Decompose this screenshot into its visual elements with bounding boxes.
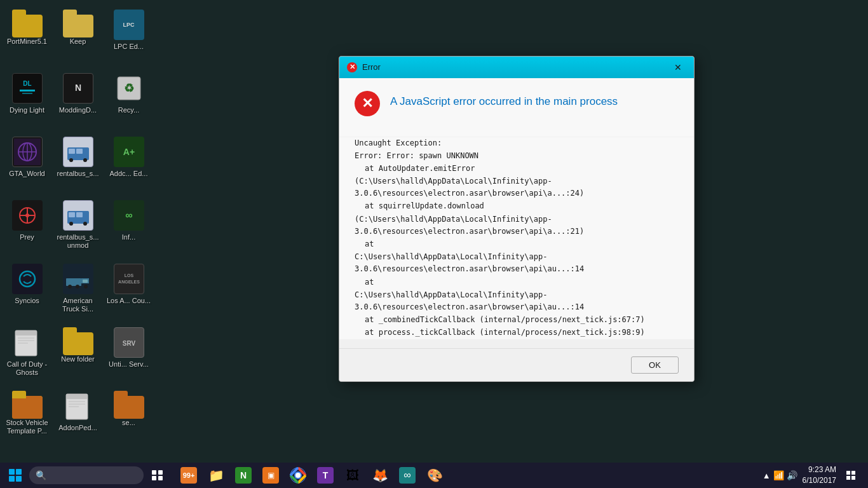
detail-line-11: at _combinedTickCallback (internal/proce… bbox=[365, 314, 679, 326]
dialog-overlay: ✕ Error ✕ ✕ A JavaScript error occurred … bbox=[0, 0, 868, 463]
app-99-icon: 99+ bbox=[180, 467, 197, 484]
dialog-titlebar: ✕ Error ✕ bbox=[339, 57, 694, 78]
svg-point-65 bbox=[295, 473, 301, 478]
task-view-button[interactable] bbox=[145, 463, 170, 488]
firefox-icon: 🦊 bbox=[372, 467, 388, 484]
svg-rect-66 bbox=[846, 471, 850, 475]
detail-line-8: C:\Users\halld\AppData\Local\Infinity\ap… bbox=[355, 251, 679, 275]
dialog-body: ✕ A JavaScript error occurred in the mai… bbox=[339, 78, 694, 137]
system-tray-icons: ▲ 📶 🔊 bbox=[763, 470, 797, 480]
svg-rect-69 bbox=[851, 476, 855, 480]
taskbar-app-notepadpp[interactable]: N bbox=[230, 463, 257, 488]
titlebar-left: ✕ Error bbox=[347, 62, 381, 72]
taskbar: 🔍 99+ 📁 N ▣ bbox=[0, 463, 868, 488]
taskbar-app-paint[interactable]: 🎨 bbox=[421, 463, 448, 488]
taskbar-app-firefox[interactable]: 🦊 bbox=[367, 463, 393, 488]
svg-rect-68 bbox=[846, 476, 850, 480]
desktop: PortMiner5.1 Keep LPC LPC Ed... DL Dying… bbox=[0, 0, 868, 463]
taskbar-app-photos[interactable]: 🖼 bbox=[339, 463, 366, 488]
detail-line-10: C:\Users\halld\AppData\Local\Infinity\ap… bbox=[355, 289, 679, 313]
photos-icon: 🖼 bbox=[344, 467, 361, 484]
detail-line-2: Error: Error: spawn UNKNOWN bbox=[355, 150, 679, 162]
detail-line-1: Uncaught Exception: bbox=[355, 137, 679, 149]
error-circle-icon: ✕ bbox=[355, 91, 380, 116]
taskbar-search[interactable]: 🔍 bbox=[29, 466, 144, 484]
dialog-main-message: A JavaScript error occurred in the main … bbox=[390, 91, 618, 109]
detail-line-6: (C:\Users\halld\AppData\Local\Infinity\a… bbox=[355, 214, 679, 238]
detail-line-3: at AutoUpdater.emitError bbox=[365, 163, 679, 175]
detail-line-7: at bbox=[365, 238, 679, 250]
ok-button[interactable]: OK bbox=[631, 356, 679, 374]
dialog-footer: OK bbox=[339, 348, 694, 381]
svg-rect-67 bbox=[851, 471, 855, 475]
svg-rect-61 bbox=[158, 476, 163, 480]
tray-expand-icon[interactable]: ▲ bbox=[763, 471, 771, 480]
detail-line-5: at squirrelUpdate.download bbox=[365, 200, 679, 212]
tray-wifi-icon[interactable]: 📶 bbox=[773, 470, 784, 480]
clock-time: 9:23 AM bbox=[803, 464, 836, 475]
chrome-icon bbox=[290, 467, 306, 484]
taskbar-app-orange[interactable]: ▣ bbox=[257, 463, 284, 488]
taskbar-apps: 99+ 📁 N ▣ bbox=[175, 463, 448, 488]
infinity-icon: ∞ bbox=[399, 467, 416, 484]
taskbar-app-twitch[interactable]: T bbox=[312, 463, 339, 488]
orange-app-icon: ▣ bbox=[262, 467, 279, 484]
svg-rect-58 bbox=[152, 470, 156, 475]
twitch-icon: T bbox=[317, 467, 334, 484]
dialog-title: Error bbox=[362, 62, 381, 72]
dialog-main-row: ✕ A JavaScript error occurred in the mai… bbox=[355, 91, 679, 116]
detail-line-12: at process._tickCallback (internal/proce… bbox=[365, 327, 679, 339]
detail-line-4: (C:\Users\halld\AppData\Local\Infinity\a… bbox=[355, 175, 679, 200]
system-clock[interactable]: 9:23 AM 6/10/2017 bbox=[803, 464, 836, 486]
svg-rect-59 bbox=[158, 470, 163, 475]
windows-start-icon bbox=[9, 469, 22, 482]
taskbar-app-explorer[interactable]: 📁 bbox=[203, 463, 229, 488]
explorer-icon: 📁 bbox=[208, 467, 224, 484]
title-error-icon: ✕ bbox=[347, 62, 357, 72]
taskbar-right: ▲ 📶 🔊 9:23 AM 6/10/2017 bbox=[763, 463, 865, 488]
search-icon: 🔍 bbox=[36, 470, 46, 480]
notepadpp-icon: N bbox=[235, 467, 252, 484]
start-button[interactable] bbox=[3, 463, 28, 488]
dialog-detail: Uncaught Exception: Error: Error: spawn … bbox=[339, 137, 694, 339]
detail-line-9: at bbox=[365, 276, 679, 288]
taskbar-app-infinity[interactable]: ∞ bbox=[394, 463, 421, 488]
error-dialog: ✕ Error ✕ ✕ A JavaScript error occurred … bbox=[339, 56, 695, 382]
dialog-close-button[interactable]: ✕ bbox=[670, 59, 686, 76]
clock-date: 6/10/2017 bbox=[803, 475, 836, 486]
tray-volume-icon[interactable]: 🔊 bbox=[787, 470, 797, 480]
taskbar-app-chrome[interactable] bbox=[285, 463, 311, 488]
taskbar-app-99[interactable]: 99+ bbox=[175, 463, 202, 488]
paint-icon: 🎨 bbox=[426, 467, 443, 484]
notification-button[interactable] bbox=[841, 463, 860, 488]
svg-rect-60 bbox=[152, 476, 156, 480]
